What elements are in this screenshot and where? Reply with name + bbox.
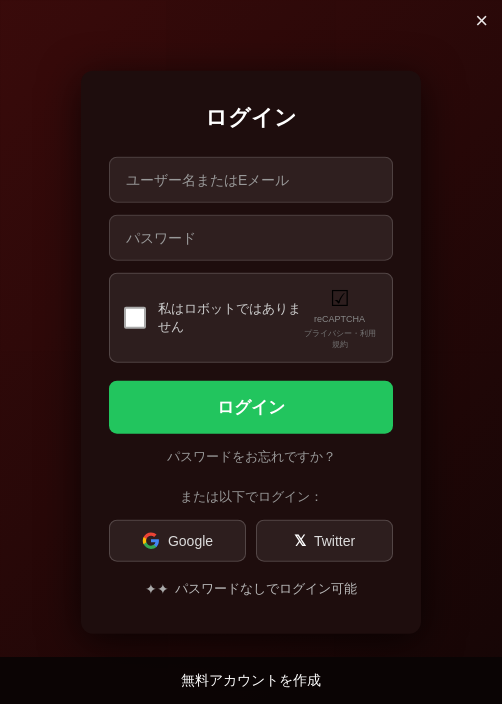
sparkle-icon: ✦✦	[145, 580, 169, 596]
recaptcha-logo-icon: ☑	[330, 286, 350, 312]
create-account-link[interactable]: 無料アカウントを作成	[181, 672, 321, 688]
modal-title: ログイン	[109, 103, 393, 133]
recaptcha-brand: reCAPTCHA	[314, 314, 365, 326]
twitter-login-button[interactable]: 𝕏 Twitter	[256, 519, 393, 561]
twitter-label: Twitter	[314, 532, 355, 548]
passwordless-login[interactable]: ✦✦ パスワードなしでログイン可能	[109, 579, 393, 597]
recaptcha-right: ☑ reCAPTCHA プライバシー・利用規約	[301, 286, 378, 350]
recaptcha-checkbox[interactable]	[124, 307, 146, 329]
recaptcha-text: 私はロボットではありません	[158, 299, 301, 335]
recaptcha-widget[interactable]: 私はロボットではありません ☑ reCAPTCHA プライバシー・利用規約	[109, 273, 393, 363]
username-input[interactable]	[109, 157, 393, 203]
google-login-button[interactable]: Google	[109, 519, 246, 561]
twitter-x-icon: 𝕏	[294, 531, 306, 549]
login-modal: ログイン 私はロボットではありません ☑ reCAPTCHA プライバシー・利用…	[81, 71, 421, 634]
passwordless-label: パスワードなしでログイン可能	[175, 579, 357, 597]
recaptcha-left: 私はロボットではありません	[124, 299, 301, 335]
bottom-bar: 無料アカウントを作成	[0, 657, 502, 704]
forgot-password-link[interactable]: パスワードをお忘れですか？	[109, 447, 393, 465]
google-label: Google	[168, 532, 213, 548]
password-input[interactable]	[109, 215, 393, 261]
recaptcha-links: プライバシー・利用規約	[301, 327, 378, 349]
social-divider: または以下でログイン：	[109, 487, 393, 505]
close-button[interactable]: ×	[475, 10, 488, 32]
social-login-buttons: Google 𝕏 Twitter	[109, 519, 393, 561]
google-icon	[142, 531, 160, 549]
login-button[interactable]: ログイン	[109, 380, 393, 433]
